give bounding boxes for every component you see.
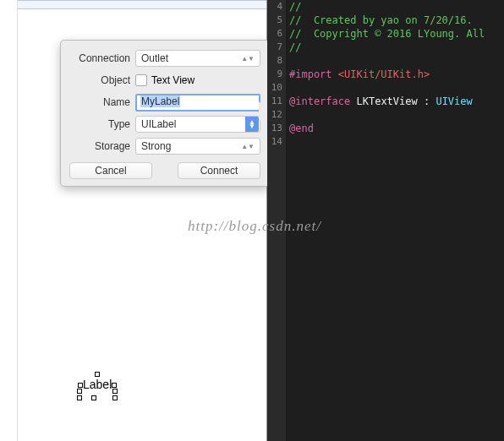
code-line: // Copyright © 2016 LYoung. All	[289, 28, 485, 40]
updown-icon: ▲▼	[241, 144, 255, 149]
code-editor-pane[interactable]: 4 5 6 7 8 9 10 11 12 13 14 // // Created…	[267, 0, 504, 441]
object-checkbox[interactable]	[135, 74, 147, 86]
name-input[interactable]: MyLabel	[135, 94, 260, 112]
type-value: UILabel	[141, 118, 176, 130]
resize-handle-icon[interactable]	[77, 395, 82, 400]
connection-label: Connection	[69, 52, 135, 64]
code-line: //	[289, 41, 301, 53]
connection-popover: Connection Outlet ▲▼ Object Text View Na…	[60, 40, 270, 187]
code-line: //	[289, 1, 301, 13]
code-line: #import	[289, 68, 338, 80]
canvas-top-ruler	[18, 0, 266, 9]
line-gutter: 4 5 6 7 8 9 10 11 12 13 14	[267, 0, 286, 441]
name-label: Name	[69, 96, 135, 108]
type-label: Type	[69, 118, 135, 130]
code-line: @end	[289, 122, 314, 134]
name-value: MyLabel	[140, 95, 180, 107]
storage-value: Strong	[141, 140, 171, 152]
label-text: Label	[83, 378, 112, 391]
connection-value: Outlet	[141, 52, 168, 64]
uilabel-widget[interactable]: Label	[78, 378, 117, 391]
cancel-button[interactable]: Cancel	[69, 162, 152, 179]
interface-builder-pane: Connection Outlet ▲▼ Object Text View Na…	[17, 0, 267, 441]
storage-select[interactable]: Strong ▲▼	[135, 138, 260, 155]
resize-handle-icon[interactable]	[112, 395, 118, 400]
updown-icon: ▲▼	[241, 57, 255, 61]
connection-select[interactable]: Outlet ▲▼	[135, 50, 260, 67]
resize-handle-icon[interactable]	[95, 372, 100, 377]
storage-label: Storage	[69, 140, 135, 152]
code-line: // Created by yao on 7/20/16.	[289, 14, 473, 26]
object-value: Text View	[151, 74, 194, 86]
code-content[interactable]: // // Created by yao on 7/20/16. // Copy…	[289, 0, 504, 149]
updown-icon: ▲▼	[245, 117, 259, 132]
connect-button[interactable]: Connect	[178, 162, 260, 179]
object-label: Object	[69, 74, 135, 86]
code-line: @interface	[289, 95, 356, 107]
resize-handle-icon[interactable]	[91, 395, 96, 400]
type-select[interactable]: UILabel ▲▼	[135, 116, 260, 133]
